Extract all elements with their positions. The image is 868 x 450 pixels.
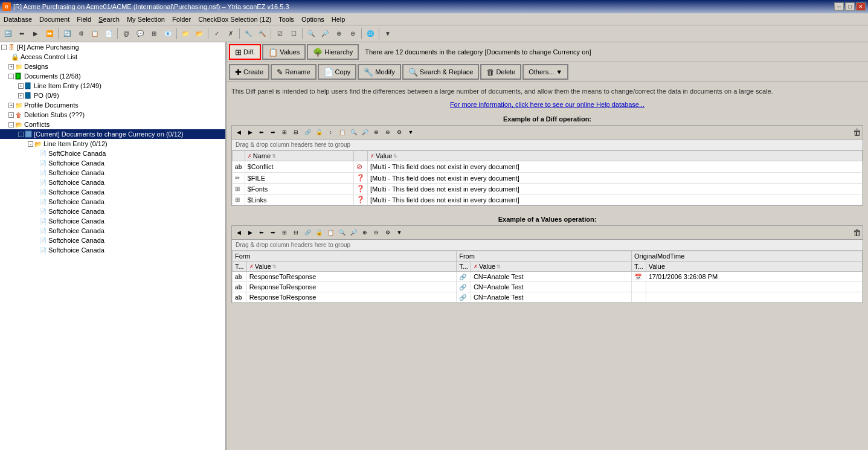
tree-profile-docs[interactable]: + 📁 Profile Documents: [0, 100, 225, 110]
tb-btn-14[interactable]: 📂: [193, 27, 206, 40]
name-sort-icon[interactable]: ⇅: [272, 153, 276, 159]
vgrid-tb-9[interactable]: 📋: [325, 227, 336, 238]
vgrid-tb-3[interactable]: ⬅: [256, 227, 267, 238]
value-sort-icon[interactable]: ⇅: [393, 153, 397, 159]
tb-btn-3[interactable]: ▶: [29, 27, 42, 40]
list-item[interactable]: 📄Softchoice Canada: [0, 187, 225, 197]
list-item[interactable]: 📄Softchoice Canada: [0, 168, 225, 178]
expand-conflicts[interactable]: -: [8, 122, 14, 127]
expand-designs[interactable]: +: [8, 64, 14, 69]
grid-tb-10[interactable]: 📋: [336, 127, 347, 138]
menu-my-selection[interactable]: My Selection: [123, 13, 169, 25]
name-filter-icon[interactable]: ✗: [248, 153, 252, 159]
close-button[interactable]: ✕: [856, 2, 866, 11]
trash-icon[interactable]: 🗑: [853, 127, 861, 137]
tb-btn-10[interactable]: 💬: [133, 27, 147, 40]
vgrid-tb-10[interactable]: 🔍: [336, 227, 347, 238]
diff-button[interactable]: ⊞ Diff.: [229, 44, 261, 60]
grid-tb-5[interactable]: ⊞: [279, 127, 290, 138]
tb-btn-6[interactable]: ⚙: [74, 27, 88, 40]
list-item[interactable]: 📄Softchoice Canada: [0, 216, 225, 226]
minimize-button[interactable]: ─: [834, 2, 844, 11]
tb-btn-11[interactable]: ⊞: [147, 27, 161, 40]
menu-tools[interactable]: Tools: [275, 13, 298, 25]
vth-value3[interactable]: Value: [646, 262, 862, 272]
vgrid-tb-11[interactable]: 🔎: [348, 227, 359, 238]
tb-btn-22[interactable]: 🔎: [318, 27, 332, 40]
menu-document[interactable]: Document: [36, 13, 73, 25]
grid-tb-7[interactable]: 🔗: [302, 127, 313, 138]
values-button[interactable]: 📋 Values: [262, 44, 306, 60]
menu-field[interactable]: Field: [73, 13, 95, 25]
tb-btn-12[interactable]: 📧: [161, 27, 175, 40]
tb-btn-13[interactable]: 📁: [179, 27, 192, 40]
tb-btn-18[interactable]: 🔨: [256, 27, 269, 40]
grid-tb-9[interactable]: ↕: [325, 127, 336, 138]
grid-tb-6[interactable]: ⊟: [291, 127, 301, 138]
menu-checkbox-selection[interactable]: CheckBox Selection (12): [194, 13, 275, 25]
grid-tb-13[interactable]: ⊕: [371, 127, 382, 138]
delete-button[interactable]: 🗑 Delete: [480, 64, 521, 80]
list-item[interactable]: 📄Softchoice Canada: [0, 245, 225, 255]
maximize-button[interactable]: □: [845, 2, 855, 11]
tb-btn-19[interactable]: ☑: [273, 27, 286, 40]
values-trash-icon[interactable]: 🗑: [853, 228, 861, 237]
tree-documents[interactable]: - Documents (12/58): [0, 71, 225, 81]
expand-documents[interactable]: -: [8, 74, 14, 79]
expand-line-item[interactable]: +: [18, 83, 24, 89]
grid-tb-8[interactable]: 🔓: [313, 127, 324, 138]
vth-filter1[interactable]: ✗: [249, 264, 254, 269]
tb-btn-5[interactable]: 🔄: [60, 27, 74, 40]
grid-tb-4[interactable]: ➡: [268, 127, 278, 138]
tb-btn-17[interactable]: 🔧: [242, 27, 255, 40]
window-controls[interactable]: ─ □ ✕: [834, 2, 866, 11]
tree-conflicts[interactable]: - 📂 Conflicts: [0, 120, 225, 129]
th-name[interactable]: ✗ Name ⇅: [245, 151, 353, 161]
list-item[interactable]: 📄Softchoice Canada: [0, 236, 225, 245]
vgrid-tb-2[interactable]: ▶: [245, 227, 256, 238]
tb-btn-16[interactable]: ✗: [224, 27, 237, 40]
tb-btn-21[interactable]: 🔍: [304, 27, 318, 40]
vth-filter2[interactable]: ✗: [474, 264, 478, 269]
tree-current-selection[interactable]: - [Current] Documents to change Currency…: [0, 129, 225, 139]
grid-tb-11[interactable]: 🔍: [348, 127, 359, 138]
modify-button[interactable]: 🔧 Modify: [358, 64, 400, 80]
grid-tb-14[interactable]: ⊖: [382, 127, 393, 138]
list-item[interactable]: 📄SoftChoice Canada: [0, 149, 225, 158]
vgrid-tb-6[interactable]: ⊟: [291, 227, 301, 238]
vgrid-tb-12[interactable]: ⊕: [359, 227, 370, 238]
create-button[interactable]: ✚ Create: [229, 64, 269, 80]
value-filter-icon[interactable]: ✗: [370, 153, 375, 159]
help-link[interactable]: For more information, click here to see …: [231, 101, 863, 108]
list-item[interactable]: 📄Softchoice Canada: [0, 207, 225, 216]
tb-btn-7[interactable]: 📋: [88, 27, 101, 40]
menu-folder[interactable]: Folder: [169, 13, 194, 25]
tb-btn-23[interactable]: ⊕: [332, 27, 346, 40]
tb-btn-26[interactable]: ▼: [381, 27, 394, 40]
tree-root[interactable]: - 🗄 [R] Acme Purchasing: [0, 42, 225, 52]
grid-tb-1[interactable]: ◀: [233, 127, 244, 138]
vgrid-tb-15[interactable]: ▼: [394, 227, 405, 238]
vgrid-tb-8[interactable]: 🔓: [313, 227, 324, 238]
vth-sort1[interactable]: ⇅: [272, 264, 277, 269]
vth-sort2[interactable]: ⇅: [497, 264, 501, 269]
expand-deletion[interactable]: +: [8, 112, 14, 118]
vgrid-tb-1[interactable]: ◀: [233, 227, 244, 238]
tb-btn-9[interactable]: @: [120, 27, 133, 40]
tb-btn-24[interactable]: ⊖: [346, 27, 359, 40]
vgrid-tb-7[interactable]: 🔗: [302, 227, 313, 238]
tb-btn-4[interactable]: ⏩: [43, 27, 56, 40]
grid-tb-3[interactable]: ⬅: [256, 127, 267, 138]
expand-line-sub[interactable]: -: [28, 141, 33, 147]
menu-search[interactable]: Search: [95, 13, 123, 25]
tree-acl[interactable]: 🔒 Access Control List: [0, 52, 225, 62]
tb-btn-2[interactable]: ⬅: [15, 27, 28, 40]
tb-btn-15[interactable]: ✓: [210, 27, 223, 40]
expand-profile[interactable]: +: [8, 103, 14, 108]
tree-po[interactable]: + PO (0/9): [0, 91, 225, 100]
hierarchy-button[interactable]: 🌳 Hierarchy: [307, 44, 359, 60]
tree-designs[interactable]: + 📁 Designs: [0, 62, 225, 71]
tb-btn-8[interactable]: 📄: [102, 27, 115, 40]
copy-button[interactable]: 📄 Copy: [318, 64, 357, 80]
expand-root[interactable]: -: [1, 45, 7, 50]
